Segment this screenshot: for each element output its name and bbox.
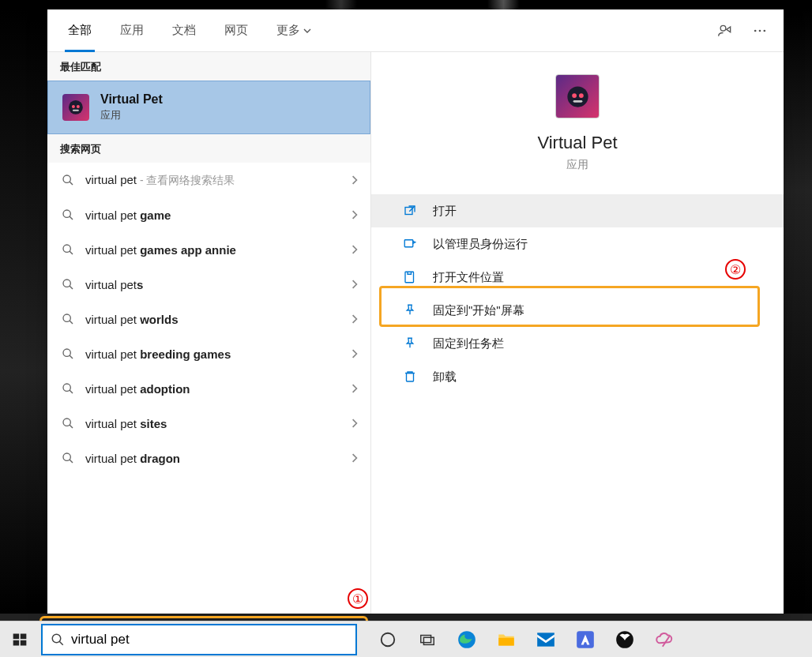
action-run-admin-label: 以管理员身份运行 xyxy=(433,237,528,252)
edge-icon[interactable] xyxy=(450,623,483,656)
action-uninstall-label: 卸载 xyxy=(433,370,457,385)
svg-point-9 xyxy=(63,210,70,217)
svg-point-12 xyxy=(63,314,70,321)
search-icon xyxy=(62,313,77,325)
windows-search-panel: 全部 应用 文档 网页 更多 最佳匹配 xyxy=(47,9,784,614)
search-icon xyxy=(62,347,77,360)
chevron-right-icon xyxy=(350,453,359,463)
search-icon xyxy=(62,417,77,430)
web-result[interactable]: virtual pet dragon xyxy=(47,441,370,475)
chevron-right-icon xyxy=(350,349,359,359)
detail-title: Virtual Pet xyxy=(537,133,617,153)
best-match-result[interactable]: Virtual Pet 应用 xyxy=(47,81,370,134)
web-result-text: virtual pets xyxy=(85,278,350,291)
web-result-text: virtual pet dragon xyxy=(85,452,350,465)
web-result[interactable]: virtual pet games app annie xyxy=(47,232,370,267)
web-result[interactable]: virtual pet sites xyxy=(47,406,370,441)
svg-point-0 xyxy=(720,25,726,31)
action-pin-taskbar-label: 固定到任务栏 xyxy=(433,336,504,351)
section-search-web: 搜索网页 xyxy=(47,134,370,163)
cortana-icon[interactable] xyxy=(371,623,404,656)
svg-point-29 xyxy=(52,634,61,643)
search-icon xyxy=(62,278,77,291)
web-result[interactable]: virtual pet game xyxy=(47,197,370,232)
task-view-icon[interactable] xyxy=(411,623,444,656)
svg-point-10 xyxy=(63,245,70,252)
chevron-right-icon xyxy=(350,280,359,289)
svg-point-19 xyxy=(578,93,583,98)
svg-point-17 xyxy=(567,86,588,107)
chevron-right-icon xyxy=(350,384,359,393)
web-result[interactable]: virtual pet breeding games xyxy=(47,336,370,371)
search-icon xyxy=(62,174,77,186)
action-uninstall[interactable]: 卸载 xyxy=(371,360,784,393)
detail-subtitle: 应用 xyxy=(566,158,588,172)
svg-point-1 xyxy=(754,29,757,32)
svg-point-30 xyxy=(382,633,395,646)
search-icon xyxy=(51,633,65,647)
web-result[interactable]: virtual pet worlds xyxy=(47,302,370,336)
svg-rect-27 xyxy=(13,640,20,645)
search-icon xyxy=(62,243,77,256)
svg-point-14 xyxy=(63,384,70,391)
start-button[interactable] xyxy=(3,623,36,656)
tab-all[interactable]: 全部 xyxy=(54,10,106,51)
shield-icon xyxy=(403,237,419,251)
results-column: 最佳匹配 Virtual Pet 应用 搜索网页 virtual pet - 查… xyxy=(47,52,371,614)
chevron-right-icon xyxy=(350,314,359,324)
search-icon xyxy=(62,208,77,221)
best-match-subtitle: 应用 xyxy=(100,108,163,122)
app-icon xyxy=(62,94,89,121)
detail-column: Virtual Pet 应用 打开 以管理员身份运行 xyxy=(371,52,784,614)
app-a-icon[interactable] xyxy=(569,623,602,656)
svg-point-2 xyxy=(759,29,761,32)
action-run-admin[interactable]: 以管理员身份运行 xyxy=(371,227,784,261)
svg-rect-26 xyxy=(21,633,27,639)
svg-point-5 xyxy=(72,105,75,108)
svg-rect-31 xyxy=(421,635,431,642)
svg-rect-35 xyxy=(537,633,554,646)
tab-more[interactable]: 更多 xyxy=(262,10,325,51)
web-result-text: virtual pet games app annie xyxy=(85,243,350,257)
svg-point-6 xyxy=(77,105,80,108)
web-result[interactable]: virtual pet - 查看网络搜索结果 xyxy=(47,163,370,197)
tab-more-label: 更多 xyxy=(276,23,300,38)
svg-rect-32 xyxy=(423,637,434,644)
action-list: 打开 以管理员身份运行 打开文件位置 xyxy=(371,194,784,393)
tab-web[interactable]: 网页 xyxy=(210,10,262,51)
taskbar-search-input[interactable] xyxy=(71,625,352,654)
more-options-icon[interactable] xyxy=(742,13,777,48)
action-open-location[interactable]: 打开文件位置 xyxy=(371,261,784,294)
action-open-location-label: 打开文件位置 xyxy=(433,270,504,285)
open-icon xyxy=(403,204,419,218)
file-explorer-icon[interactable] xyxy=(490,623,523,656)
action-pin-start-label: 固定到"开始"屏幕 xyxy=(433,303,524,318)
taskbar-search-box[interactable] xyxy=(41,624,357,655)
action-pin-taskbar[interactable]: 固定到任务栏 xyxy=(371,327,784,360)
xbox-icon[interactable] xyxy=(608,623,641,656)
folder-icon xyxy=(403,270,419,284)
web-result-text: virtual pet game xyxy=(85,208,350,222)
action-pin-start[interactable]: 固定到"开始"屏幕 xyxy=(371,294,784,327)
search-filter-tabs: 全部 应用 文档 网页 更多 xyxy=(47,9,784,52)
svg-rect-28 xyxy=(21,640,27,645)
web-result[interactable]: virtual pets xyxy=(47,267,370,302)
web-result-text: virtual pet - 查看网络搜索结果 xyxy=(85,173,350,188)
svg-rect-7 xyxy=(73,110,79,111)
mail-icon[interactable] xyxy=(529,623,562,656)
taskbar xyxy=(0,621,812,657)
cloud-app-icon[interactable] xyxy=(648,623,681,656)
chevron-down-icon xyxy=(303,27,311,35)
tab-apps[interactable]: 应用 xyxy=(106,10,158,51)
chevron-right-icon xyxy=(350,245,359,254)
feedback-icon[interactable] xyxy=(708,13,742,48)
best-match-title: Virtual Pet xyxy=(100,92,163,107)
svg-point-13 xyxy=(63,349,70,356)
pin-start-icon xyxy=(403,303,419,317)
action-open[interactable]: 打开 xyxy=(371,194,784,227)
tab-documents[interactable]: 文档 xyxy=(158,10,210,51)
svg-rect-24 xyxy=(407,374,414,382)
svg-point-18 xyxy=(572,93,577,98)
web-result[interactable]: virtual pet adoption xyxy=(47,371,370,406)
svg-point-3 xyxy=(764,29,766,32)
